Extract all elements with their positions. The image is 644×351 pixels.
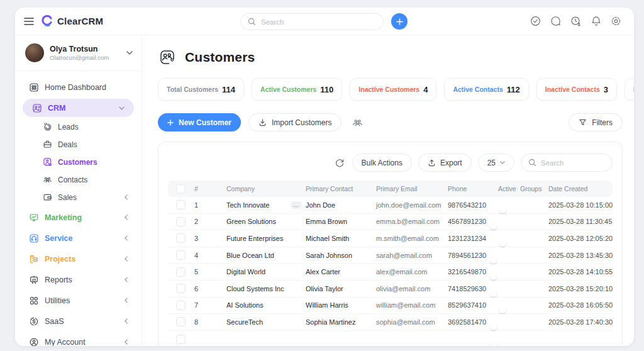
sidebar-item-label: CRM — [48, 104, 65, 113]
dashboard-grid-icon — [29, 82, 39, 92]
row-checkbox[interactable] — [176, 317, 186, 326]
global-search[interactable] — [240, 13, 384, 30]
primary-email-cell: emma.b@email.com — [376, 218, 448, 225]
company-cell: Future Enterprises… — [226, 235, 306, 242]
sidebar-item-reports[interactable]: Reports — [23, 269, 134, 290]
bell-icon[interactable] — [591, 16, 601, 26]
gear-icon[interactable] — [611, 16, 621, 26]
leads-icon — [43, 122, 52, 131]
sidebar-item-crm[interactable]: CRM — [23, 99, 134, 117]
chevron-left-icon — [125, 298, 128, 303]
company-cell: AI Solutions… — [226, 301, 306, 309]
stat-inactive-customers[interactable]: Inactive Customers 4 — [350, 78, 436, 101]
sidebar-item-label: Contacts — [58, 176, 87, 184]
funnel-icon — [579, 118, 587, 126]
date-created-cell: 2025-03-28 11:30:45 — [548, 218, 613, 225]
primary-email-cell: m.smith@email.com — [376, 235, 448, 242]
primary-email-cell: sophia@email.com — [376, 318, 448, 326]
sidebar-item-label: Sales — [58, 193, 77, 202]
stat-inactive-contacts[interactable]: Inactive Contacts 3 — [536, 78, 617, 101]
sidebar-item-label: Deals — [58, 140, 77, 149]
new-customer-button[interactable]: New Customer — [158, 113, 241, 131]
table-row: 3 Future Enterprises… Michael Smith m.sm… — [168, 230, 613, 247]
chat-icon[interactable] — [550, 16, 561, 26]
search-icon — [248, 18, 256, 26]
stats-row: Total Customers 114 Active Customers 110… — [158, 78, 623, 101]
user-email: Olatrocun@gmail.com — [50, 54, 109, 61]
row-checkbox[interactable] — [176, 267, 186, 277]
sidebar-item-leads[interactable]: Leads — [23, 119, 134, 135]
time-person-icon[interactable] — [570, 16, 582, 27]
primary-contact-cell: Michael Smith — [306, 235, 376, 242]
sidebar-item-deals[interactable]: Deals — [23, 136, 134, 152]
row-checkbox[interactable] — [176, 284, 186, 293]
primary-contact-cell: Sophia Martinez — [306, 318, 376, 326]
row-checkbox[interactable] — [176, 301, 186, 310]
sidebar-item-saas[interactable]: SaaS — [23, 311, 134, 332]
row-checkbox[interactable] — [176, 250, 186, 260]
primary-email-cell: william@email.com — [376, 301, 448, 309]
sidebar-item-projects[interactable]: Projects — [23, 248, 134, 269]
sidebar-item-label: SaaS — [45, 317, 64, 326]
company-cell: Tech Innovate… — [226, 201, 306, 209]
top-bar: ClearCRM — [15, 8, 634, 35]
app-logo[interactable]: ClearCRM — [42, 15, 103, 27]
bulk-actions-button[interactable]: Bulk Actions — [352, 153, 412, 172]
table-header-row: # Company Primary Contact Primary Email … — [168, 181, 613, 197]
refresh-icon[interactable] — [335, 158, 345, 168]
row-checkbox[interactable] — [176, 335, 186, 344]
marketing-icon — [29, 213, 39, 223]
table-row: … — [168, 331, 613, 346]
sidebar: Olya Trotsun Olatrocun@gmail.com Home Da… — [15, 35, 142, 346]
primary-contact-cell: Olivia Taylor — [306, 285, 376, 292]
projects-icon — [29, 254, 39, 264]
header-icon-group — [530, 16, 621, 27]
table-search-input[interactable] — [541, 159, 605, 167]
company-cell: Blue Ocean Ltd… — [226, 252, 306, 259]
row-checkbox[interactable] — [176, 217, 186, 226]
chevron-left-icon — [125, 277, 128, 282]
stat-inactive-contacts-2[interactable]: Inactive Contacts 3 — [625, 78, 634, 101]
sidebar-item-sales[interactable]: Sales — [23, 189, 134, 205]
date-created-cell: 2025-03-28 14:10:55 — [548, 268, 613, 276]
date-created-cell: 2025-03-28 12:05:20 — [548, 235, 613, 242]
sidebar-item-utilities[interactable]: Utilities — [23, 290, 134, 311]
company-cell: SecureTech… — [226, 318, 306, 326]
export-button[interactable]: Export — [418, 153, 472, 172]
quick-add-button[interactable] — [391, 13, 408, 30]
stat-active-customers[interactable]: Active Customers 110 — [252, 78, 342, 101]
row-number: 5 — [194, 268, 226, 276]
sidebar-item-customers[interactable]: Customers — [23, 154, 134, 170]
sidebar-item-label: Utilities — [45, 296, 70, 305]
table-row: 7 AI Solutions… William Harris william@e… — [168, 298, 613, 315]
user-profile[interactable]: Olya Trotsun Olatrocun@gmail.com — [15, 35, 142, 71]
manage-groups-button[interactable] — [349, 117, 366, 128]
sidebar-item-home-dashboard[interactable]: Home Dashboard — [23, 78, 134, 97]
stat-active-contacts[interactable]: Active Contacts 112 — [444, 78, 528, 101]
row-checkbox[interactable] — [176, 233, 186, 243]
table-search[interactable] — [521, 153, 613, 172]
sidebar-item-my-account[interactable]: My Account — [23, 332, 134, 346]
row-number: 3 — [194, 235, 226, 242]
hamburger-icon[interactable] — [24, 17, 34, 26]
check-circle-icon[interactable] — [530, 16, 541, 26]
table-row: 2 Green Solutions… Emma Brown emma.b@ema… — [168, 214, 613, 231]
chevron-down-icon — [500, 161, 505, 164]
chevron-left-icon — [125, 214, 128, 220]
primary-email-cell: olivia@email.com — [376, 285, 448, 292]
sidebar-item-service[interactable]: Service — [23, 228, 134, 248]
filters-button[interactable]: Filters — [569, 113, 623, 131]
sidebar-item-label: My Account — [45, 338, 86, 347]
row-checkbox[interactable] — [176, 200, 186, 209]
search-icon — [528, 159, 536, 167]
select-all-checkbox[interactable] — [176, 184, 186, 194]
global-search-input[interactable] — [261, 18, 376, 26]
sidebar-item-contacts[interactable]: Contacts — [23, 172, 134, 187]
sidebar-item-marketing[interactable]: Marketing — [23, 207, 134, 228]
primary-contact-cell: John Doe — [306, 201, 376, 209]
page-size-select[interactable]: 25 — [478, 153, 514, 172]
stat-total-customers[interactable]: Total Customers 114 — [158, 78, 244, 101]
row-menu-button[interactable]: … — [291, 201, 302, 209]
import-customers-button[interactable]: Import Customers — [248, 113, 341, 131]
row-number: 4 — [194, 252, 226, 259]
